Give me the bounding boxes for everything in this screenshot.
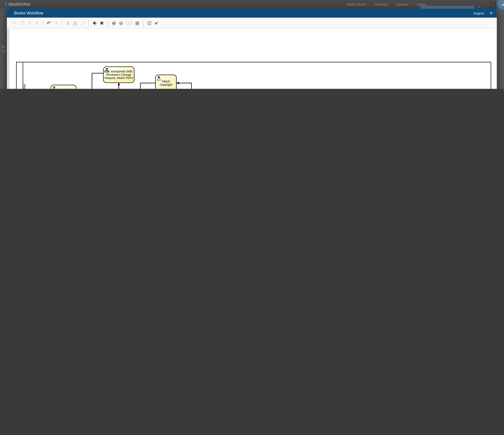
zoom-100-icon: 100 xyxy=(126,21,133,25)
paste-icon: ⎘ xyxy=(26,20,33,26)
background-nav: Adam Driver Germany Support Logout xyxy=(347,2,426,6)
task-attach-copyright[interactable]: AttachCopyright xyxy=(155,75,176,89)
approve-check-icon: ✔ xyxy=(0,70,7,75)
toolbar-separator xyxy=(88,20,89,26)
pool[interactable] xyxy=(16,62,491,89)
zoom-in-icon[interactable]: ⊕ xyxy=(110,20,117,26)
toolbar-separator xyxy=(108,20,108,26)
nav-country: Germany xyxy=(374,2,388,6)
left-panel-strip xyxy=(7,29,9,89)
background-sidebar: BF Bo As My ⌖✔⇪⋔⇩⤓⤒⚑❏✉☰◷⚇ xyxy=(0,9,7,89)
distribute-icon: ▦ xyxy=(72,20,79,26)
close-icon[interactable]: ✕ xyxy=(490,11,493,15)
search-icon xyxy=(478,6,480,8)
add-element-icon[interactable]: ✚ xyxy=(91,20,98,26)
sidebar-text-2: Bo xyxy=(0,50,7,53)
toolbar-separator xyxy=(143,20,144,26)
align-icon: ⋕ xyxy=(64,20,72,26)
svg-text:Attach: Attach xyxy=(162,80,170,83)
avatar: ☁ xyxy=(496,0,504,11)
diagram-canvas[interactable]: Books WorkflowAuthorBook Publication Man… xyxy=(7,29,497,89)
cut-icon: ✂ xyxy=(11,20,19,26)
zoom-out-icon[interactable]: ⊖ xyxy=(117,20,125,26)
lane-label: Author xyxy=(23,84,26,89)
bpmn-diagram[interactable]: Books WorkflowAuthorBook Publication Man… xyxy=(10,38,494,89)
fit-selection-icon: ⤢ xyxy=(79,20,86,26)
delete-icon: ✕ xyxy=(33,20,40,26)
publish-icon: ⇪ xyxy=(0,80,7,85)
screen: XXpublisher Adam Driver Germany Support … xyxy=(0,0,504,89)
sidebar-text-1: BF xyxy=(0,45,7,49)
fit-window-icon[interactable]: ⊞ xyxy=(134,20,141,26)
dialog-title: Books Workflow xyxy=(14,11,43,15)
task-create-edit[interactable]: Create, edit,maintain metadata,submit xyxy=(51,85,76,89)
dialog-titlebar: Books Workflow Support ✕ xyxy=(7,9,497,18)
check-diagram-icon[interactable]: ✔ xyxy=(153,20,160,26)
svg-text:Reviewer's Change: Reviewer's Change xyxy=(106,73,131,76)
books-workflow-dialog: Books Workflow Support ✕ ✂❐⎘✕↶↷⋕▦⤢✚✖⊕⊖10… xyxy=(7,9,497,89)
task-edit-incorporate[interactable]: Edit: Incorporate SME-Reviewer's ChangeR… xyxy=(103,67,134,83)
svg-text:Create, edit,: Create, edit, xyxy=(56,88,71,89)
remove-element-icon[interactable]: ✖ xyxy=(98,20,105,26)
validate-icon[interactable]: ☑ xyxy=(146,20,153,26)
pages-icon xyxy=(490,3,495,9)
nav-user: Adam Driver xyxy=(347,2,366,6)
redo-icon: ↷ xyxy=(52,20,59,26)
copy-icon: ❐ xyxy=(19,20,26,26)
undo-icon[interactable]: ↶ xyxy=(45,20,52,26)
location-icon: ⌖ xyxy=(0,59,7,63)
xpublisher-logo: XXpublisher xyxy=(5,2,30,7)
svg-text:Edit: Incorporate SME-: Edit: Incorporate SME- xyxy=(104,70,133,73)
svg-text:Copyright: Copyright xyxy=(160,83,172,86)
diagram-toolbar: ✂❐⎘✕↶↷⋕▦⤢✚✖⊕⊖100⊞☑✔ xyxy=(7,18,497,29)
svg-text:Requets, Attach PDFs: Requets, Attach PDFs xyxy=(105,76,133,79)
toolbar-separator xyxy=(62,20,62,26)
toolbar-separator xyxy=(43,20,43,26)
support-link[interactable]: Support xyxy=(473,11,484,15)
nav-support: Support xyxy=(396,2,408,6)
x-logo-icon: X xyxy=(5,2,7,7)
